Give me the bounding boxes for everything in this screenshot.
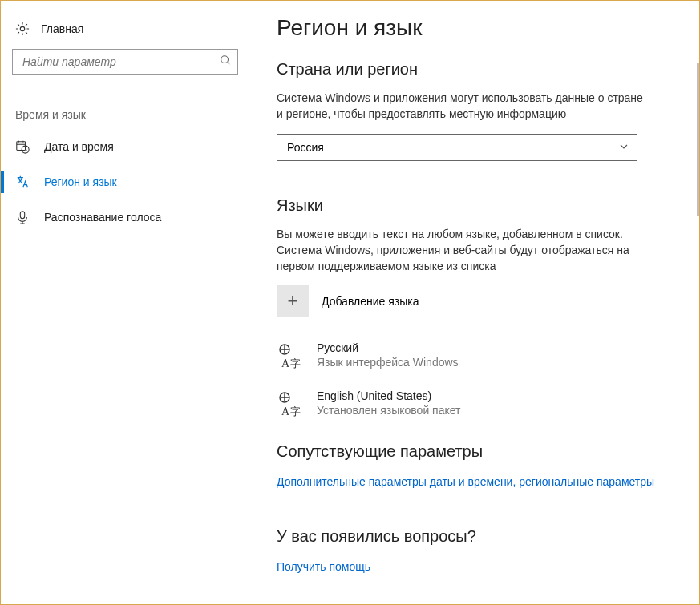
sidebar-section-label: Время и язык: [1, 75, 249, 129]
sidebar: Главная Время и язык: [1, 1, 249, 604]
plus-icon: +: [277, 285, 309, 317]
language-item-icon: A 字: [277, 343, 302, 369]
calendar-clock-icon: [15, 139, 30, 154]
microphone-icon: [15, 210, 30, 224]
add-language-button[interactable]: + Добавление языка: [277, 285, 680, 317]
svg-rect-4: [20, 212, 24, 219]
search-input-box[interactable]: [12, 49, 238, 75]
sidebar-item-region-language[interactable]: Регион и язык: [1, 164, 249, 200]
questions-heading: У вас появились вопросы?: [277, 527, 680, 546]
svg-point-0: [20, 26, 24, 30]
languages-desc: Вы можете вводить текст на любом языке, …: [277, 226, 645, 275]
sidebar-item-speech[interactable]: Распознавание голоса: [1, 200, 249, 235]
language-item-icon: A 字: [277, 391, 302, 417]
search-icon: [220, 54, 231, 69]
main-content: Регион и язык Страна или регион Система …: [249, 1, 699, 604]
sidebar-item-date-time[interactable]: Дата и время: [1, 129, 249, 164]
language-icon: [15, 175, 30, 189]
region-select[interactable]: Россия: [277, 134, 637, 161]
sidebar-item-label: Регион и язык: [44, 175, 117, 188]
sidebar-item-label: Дата и время: [44, 140, 114, 153]
home-button[interactable]: Главная: [1, 14, 249, 44]
language-status: Установлен языковой пакет: [317, 404, 461, 417]
related-link[interactable]: Дополнительные параметры даты и времени,…: [277, 475, 654, 488]
svg-text:A: A: [281, 405, 290, 417]
sidebar-item-label: Распознавание голоса: [44, 211, 161, 224]
region-desc: Система Windows и приложения могут испол…: [277, 90, 645, 123]
language-item-russian[interactable]: A 字 Русский Язык интерфейса Windows: [277, 340, 680, 370]
language-name: English (United States): [317, 389, 461, 402]
search-container: [1, 44, 249, 75]
svg-point-1: [221, 56, 229, 63]
page-title: Регион и язык: [277, 15, 680, 41]
language-name: Русский: [317, 341, 459, 354]
svg-text:字: 字: [290, 357, 301, 369]
chevron-down-icon: [619, 141, 629, 154]
scrollbar[interactable]: [697, 63, 699, 216]
home-label: Главная: [41, 22, 83, 35]
region-heading: Страна или регион: [277, 60, 680, 79]
related-heading: Сопутствующие параметры: [277, 442, 680, 461]
help-link[interactable]: Получить помощь: [277, 560, 370, 573]
add-language-label: Добавление языка: [322, 295, 419, 308]
gear-icon: [15, 22, 30, 36]
svg-text:A: A: [281, 357, 290, 369]
language-status: Язык интерфейса Windows: [317, 356, 459, 369]
languages-heading: Языки: [277, 196, 680, 215]
language-item-english[interactable]: A 字 English (United States) Установлен я…: [277, 388, 680, 418]
region-selected-value: Россия: [287, 141, 324, 154]
svg-text:字: 字: [290, 405, 301, 417]
search-input[interactable]: [13, 50, 237, 74]
